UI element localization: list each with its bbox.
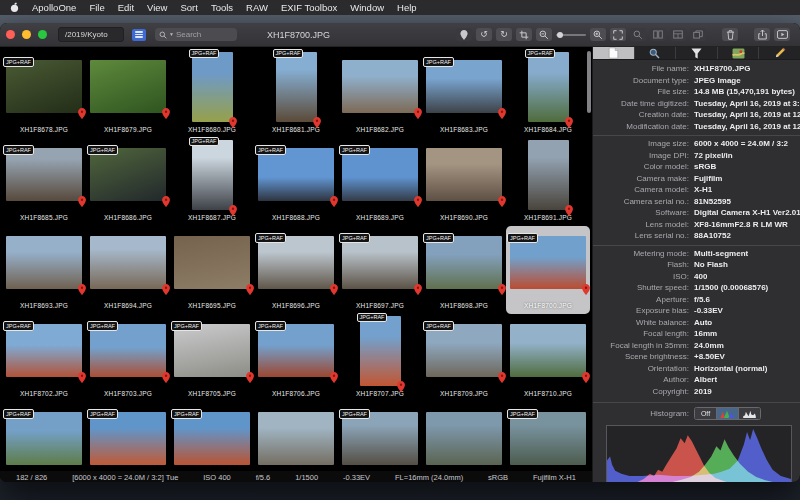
photo-thumbnail[interactable]: JPG+RAF <box>90 148 166 201</box>
menu-item[interactable]: Tools <box>211 2 233 13</box>
minimize-window-button[interactable] <box>22 30 31 39</box>
loupe-button[interactable] <box>630 28 646 41</box>
menu-item[interactable]: Window <box>350 2 384 13</box>
photo-cell[interactable]: JPG+RAF XH1F8686.JPG <box>86 138 170 226</box>
photo-cell[interactable]: JPG+RAF XH1F8697.JPG <box>338 226 422 314</box>
photo-cell[interactable]: XH1F8695.JPG <box>170 226 254 314</box>
grid-scrollbar[interactable] <box>587 51 591 113</box>
tab-edit[interactable] <box>759 47 800 59</box>
photo-thumbnail[interactable] <box>174 236 250 289</box>
photo-cell[interactable]: XH1F8690.JPG <box>422 138 506 226</box>
panels-button[interactable] <box>670 28 686 41</box>
zoom-in-button[interactable] <box>590 28 606 41</box>
photo-cell[interactable]: JPG+RAF XH1F8684.JPG <box>506 50 590 138</box>
photo-cell[interactable]: JPG+RAF <box>338 402 422 471</box>
menu-item[interactable]: EXIF Toolbox <box>281 2 337 13</box>
photo-cell[interactable]: XH1F8682.JPG <box>338 50 422 138</box>
photo-cell[interactable]: JPG+RAF XH1F8685.JPG <box>2 138 86 226</box>
photo-cell[interactable] <box>254 402 338 471</box>
close-window-button[interactable] <box>6 30 15 39</box>
crop-button[interactable] <box>516 28 532 41</box>
photo-thumbnail[interactable] <box>426 412 502 465</box>
fit-screen-button[interactable] <box>610 28 626 41</box>
tab-info[interactable] <box>593 47 635 59</box>
photo-thumbnail[interactable] <box>342 60 418 113</box>
photo-cell[interactable]: JPG+RAF XH1F8700.JPG <box>506 226 590 314</box>
photo-cell[interactable]: XH1F8679.JPG <box>86 50 170 138</box>
photo-cell[interactable]: JPG+RAF XH1F8680.JPG <box>170 50 254 138</box>
photo-cell[interactable]: JPG+RAF XH1F8702.JPG <box>2 314 86 402</box>
photo-thumbnail[interactable]: JPG+RAF <box>528 52 569 122</box>
split-view-button[interactable] <box>650 28 666 41</box>
photo-thumbnail[interactable]: JPG+RAF <box>6 324 82 377</box>
photo-thumbnail[interactable] <box>90 60 166 113</box>
photo-cell[interactable]: JPG+RAF XH1F8696.JPG <box>254 226 338 314</box>
zoom-slider-knob[interactable] <box>557 32 563 38</box>
folder-path-box[interactable]: /2019/Kyoto <box>58 27 124 42</box>
photo-thumbnail[interactable] <box>528 140 569 210</box>
zoom-window-button[interactable] <box>38 30 47 39</box>
photo-cell[interactable]: JPG+RAF <box>86 402 170 471</box>
photo-cell[interactable] <box>422 402 506 471</box>
photo-cell[interactable]: JPG+RAF XH1F8683.JPG <box>422 50 506 138</box>
photo-thumbnail[interactable]: JPG+RAF <box>258 236 334 289</box>
photo-cell[interactable]: JPG+RAF XH1F8707.JPG <box>338 314 422 402</box>
photo-cell[interactable]: JPG+RAF XH1F8698.JPG <box>422 226 506 314</box>
apple-icon[interactable] <box>10 2 19 13</box>
photo-thumbnail[interactable]: JPG+RAF <box>426 236 502 289</box>
photo-cell[interactable]: XH1F8694.JPG <box>86 226 170 314</box>
photo-thumbnail[interactable]: JPG+RAF <box>192 52 233 122</box>
photo-cell[interactable]: JPG+RAF <box>2 402 86 471</box>
photo-thumbnail[interactable]: JPG+RAF <box>342 412 418 465</box>
photo-cell[interactable]: JPG+RAF <box>170 402 254 471</box>
histogram-off-button[interactable]: Off <box>695 408 717 419</box>
photo-cell[interactable]: JPG+RAF XH1F8688.JPG <box>254 138 338 226</box>
tab-search[interactable] <box>635 47 677 59</box>
photo-thumbnail[interactable] <box>6 236 82 289</box>
rotate-right-button[interactable]: ↻ <box>496 28 512 41</box>
photo-thumbnail[interactable] <box>510 324 586 377</box>
photo-thumbnail[interactable] <box>258 412 334 465</box>
photo-thumbnail[interactable]: JPG+RAF <box>510 412 586 465</box>
photo-thumbnail[interactable]: JPG+RAF <box>6 60 82 113</box>
duplicate-button[interactable] <box>690 28 706 41</box>
menu-item[interactable]: ApolloOne <box>32 2 76 13</box>
menu-item[interactable]: View <box>147 2 167 13</box>
photo-thumbnail[interactable]: JPG+RAF <box>90 324 166 377</box>
photo-thumbnail[interactable]: JPG+RAF <box>90 412 166 465</box>
photo-cell[interactable]: JPG+RAF XH1F8689.JPG <box>338 138 422 226</box>
menu-item[interactable]: File <box>89 2 104 13</box>
photo-cell[interactable]: JPG+RAF XH1F8687.JPG <box>170 138 254 226</box>
share-button[interactable] <box>754 28 770 41</box>
photo-thumbnail[interactable]: JPG+RAF <box>6 412 82 465</box>
rotate-left-button[interactable]: ↺ <box>476 28 492 41</box>
photo-cell[interactable]: JPG+RAF XH1F8709.JPG <box>422 314 506 402</box>
photo-thumbnail[interactable]: JPG+RAF <box>426 324 502 377</box>
photo-thumbnail[interactable]: JPG+RAF <box>426 60 502 113</box>
photo-cell[interactable]: JPG+RAF XH1F8678.JPG <box>2 50 86 138</box>
photo-cell[interactable]: XH1F8693.JPG <box>2 226 86 314</box>
photo-cell[interactable]: JPG+RAF XH1F8705.JPG <box>170 314 254 402</box>
photo-thumbnail[interactable]: JPG+RAF <box>342 236 418 289</box>
menu-item[interactable]: Edit <box>118 2 134 13</box>
photo-thumbnail[interactable]: JPG+RAF <box>276 52 317 122</box>
photo-thumbnail[interactable]: JPG+RAF <box>510 236 586 289</box>
photo-thumbnail[interactable] <box>426 148 502 201</box>
photo-cell[interactable]: JPG+RAF <box>506 402 590 471</box>
photo-cell[interactable]: XH1F8691.JPG <box>506 138 590 226</box>
zoom-out-button[interactable] <box>536 28 552 41</box>
photo-cell[interactable]: XH1F8710.JPG <box>506 314 590 402</box>
histogram-luminance-button[interactable] <box>739 408 760 419</box>
menu-item[interactable]: Help <box>397 2 417 13</box>
photo-thumbnail[interactable]: JPG+RAF <box>258 324 334 377</box>
tab-map[interactable] <box>718 47 760 59</box>
photo-thumbnail[interactable]: JPG+RAF <box>192 140 233 210</box>
zoom-slider[interactable] <box>556 28 586 41</box>
search-input[interactable]: ▼ Search <box>155 28 237 41</box>
photo-thumbnail[interactable]: JPG+RAF <box>6 148 82 201</box>
menu-item[interactable]: Sort <box>180 2 197 13</box>
menu-item[interactable]: RAW <box>246 2 268 13</box>
view-options-button[interactable] <box>132 29 146 41</box>
photo-thumbnail[interactable] <box>90 236 166 289</box>
photo-thumbnail[interactable]: JPG+RAF <box>342 148 418 201</box>
